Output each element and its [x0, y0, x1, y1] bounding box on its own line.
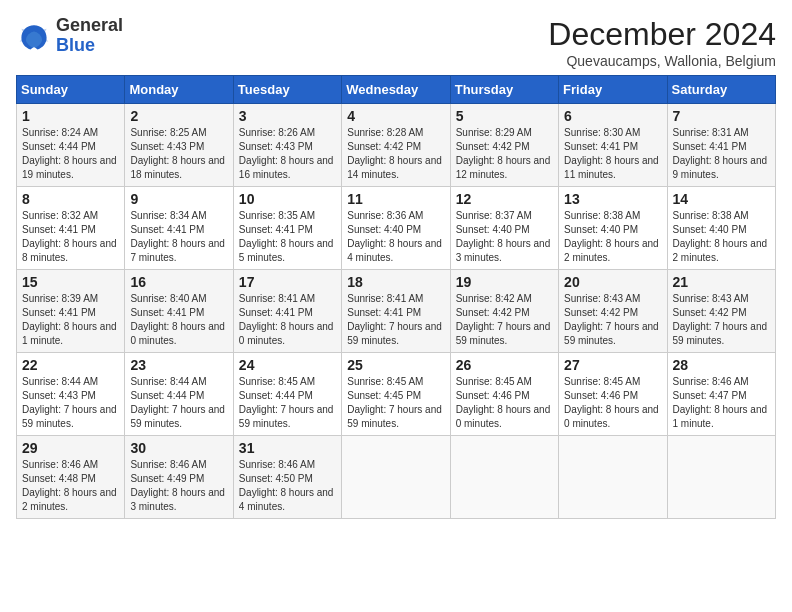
day-info: Sunrise: 8:45 AM Sunset: 4:46 PM Dayligh… [456, 375, 553, 431]
calendar-cell [450, 436, 558, 519]
calendar-cell: 13 Sunrise: 8:38 AM Sunset: 4:40 PM Dayl… [559, 187, 667, 270]
day-info: Sunrise: 8:28 AM Sunset: 4:42 PM Dayligh… [347, 126, 444, 182]
calendar-cell: 9 Sunrise: 8:34 AM Sunset: 4:41 PM Dayli… [125, 187, 233, 270]
calendar-cell: 16 Sunrise: 8:40 AM Sunset: 4:41 PM Dayl… [125, 270, 233, 353]
day-number: 13 [564, 191, 661, 207]
day-number: 6 [564, 108, 661, 124]
calendar-cell: 23 Sunrise: 8:44 AM Sunset: 4:44 PM Dayl… [125, 353, 233, 436]
day-number: 28 [673, 357, 770, 373]
day-header-tuesday: Tuesday [233, 76, 341, 104]
calendar-cell: 11 Sunrise: 8:36 AM Sunset: 4:40 PM Dayl… [342, 187, 450, 270]
calendar-cell: 31 Sunrise: 8:46 AM Sunset: 4:50 PM Dayl… [233, 436, 341, 519]
calendar-week-row: 8 Sunrise: 8:32 AM Sunset: 4:41 PM Dayli… [17, 187, 776, 270]
day-info: Sunrise: 8:39 AM Sunset: 4:41 PM Dayligh… [22, 292, 119, 348]
calendar-cell: 8 Sunrise: 8:32 AM Sunset: 4:41 PM Dayli… [17, 187, 125, 270]
day-number: 23 [130, 357, 227, 373]
day-info: Sunrise: 8:36 AM Sunset: 4:40 PM Dayligh… [347, 209, 444, 265]
day-number: 19 [456, 274, 553, 290]
day-info: Sunrise: 8:24 AM Sunset: 4:44 PM Dayligh… [22, 126, 119, 182]
calendar-cell: 6 Sunrise: 8:30 AM Sunset: 4:41 PM Dayli… [559, 104, 667, 187]
day-number: 22 [22, 357, 119, 373]
day-info: Sunrise: 8:26 AM Sunset: 4:43 PM Dayligh… [239, 126, 336, 182]
day-info: Sunrise: 8:30 AM Sunset: 4:41 PM Dayligh… [564, 126, 661, 182]
day-info: Sunrise: 8:46 AM Sunset: 4:50 PM Dayligh… [239, 458, 336, 514]
day-info: Sunrise: 8:43 AM Sunset: 4:42 PM Dayligh… [673, 292, 770, 348]
day-number: 27 [564, 357, 661, 373]
month-title: December 2024 [548, 16, 776, 53]
day-number: 31 [239, 440, 336, 456]
calendar-cell [667, 436, 775, 519]
day-info: Sunrise: 8:45 AM Sunset: 4:45 PM Dayligh… [347, 375, 444, 431]
calendar-cell: 26 Sunrise: 8:45 AM Sunset: 4:46 PM Dayl… [450, 353, 558, 436]
day-number: 14 [673, 191, 770, 207]
calendar-cell: 14 Sunrise: 8:38 AM Sunset: 4:40 PM Dayl… [667, 187, 775, 270]
calendar-cell [342, 436, 450, 519]
calendar-cell [559, 436, 667, 519]
calendar-week-row: 29 Sunrise: 8:46 AM Sunset: 4:48 PM Dayl… [17, 436, 776, 519]
calendar-cell: 1 Sunrise: 8:24 AM Sunset: 4:44 PM Dayli… [17, 104, 125, 187]
calendar-cell: 28 Sunrise: 8:46 AM Sunset: 4:47 PM Dayl… [667, 353, 775, 436]
calendar-cell: 29 Sunrise: 8:46 AM Sunset: 4:48 PM Dayl… [17, 436, 125, 519]
calendar-cell: 20 Sunrise: 8:43 AM Sunset: 4:42 PM Dayl… [559, 270, 667, 353]
day-number: 10 [239, 191, 336, 207]
day-number: 8 [22, 191, 119, 207]
day-number: 26 [456, 357, 553, 373]
calendar-week-row: 15 Sunrise: 8:39 AM Sunset: 4:41 PM Dayl… [17, 270, 776, 353]
day-info: Sunrise: 8:31 AM Sunset: 4:41 PM Dayligh… [673, 126, 770, 182]
day-number: 21 [673, 274, 770, 290]
day-number: 1 [22, 108, 119, 124]
day-info: Sunrise: 8:42 AM Sunset: 4:42 PM Dayligh… [456, 292, 553, 348]
day-info: Sunrise: 8:29 AM Sunset: 4:42 PM Dayligh… [456, 126, 553, 182]
day-info: Sunrise: 8:25 AM Sunset: 4:43 PM Dayligh… [130, 126, 227, 182]
day-number: 2 [130, 108, 227, 124]
calendar-cell: 4 Sunrise: 8:28 AM Sunset: 4:42 PM Dayli… [342, 104, 450, 187]
day-number: 15 [22, 274, 119, 290]
day-number: 24 [239, 357, 336, 373]
day-number: 17 [239, 274, 336, 290]
day-info: Sunrise: 8:41 AM Sunset: 4:41 PM Dayligh… [239, 292, 336, 348]
calendar-cell: 24 Sunrise: 8:45 AM Sunset: 4:44 PM Dayl… [233, 353, 341, 436]
day-info: Sunrise: 8:38 AM Sunset: 4:40 PM Dayligh… [564, 209, 661, 265]
day-number: 18 [347, 274, 444, 290]
day-number: 16 [130, 274, 227, 290]
calendar-week-row: 22 Sunrise: 8:44 AM Sunset: 4:43 PM Dayl… [17, 353, 776, 436]
day-info: Sunrise: 8:46 AM Sunset: 4:48 PM Dayligh… [22, 458, 119, 514]
day-info: Sunrise: 8:44 AM Sunset: 4:43 PM Dayligh… [22, 375, 119, 431]
day-header-sunday: Sunday [17, 76, 125, 104]
calendar-cell: 17 Sunrise: 8:41 AM Sunset: 4:41 PM Dayl… [233, 270, 341, 353]
day-info: Sunrise: 8:41 AM Sunset: 4:41 PM Dayligh… [347, 292, 444, 348]
day-info: Sunrise: 8:43 AM Sunset: 4:42 PM Dayligh… [564, 292, 661, 348]
calendar-table: SundayMondayTuesdayWednesdayThursdayFrid… [16, 75, 776, 519]
day-info: Sunrise: 8:38 AM Sunset: 4:40 PM Dayligh… [673, 209, 770, 265]
day-number: 20 [564, 274, 661, 290]
calendar-cell: 10 Sunrise: 8:35 AM Sunset: 4:41 PM Dayl… [233, 187, 341, 270]
day-header-thursday: Thursday [450, 76, 558, 104]
day-info: Sunrise: 8:46 AM Sunset: 4:47 PM Dayligh… [673, 375, 770, 431]
day-info: Sunrise: 8:46 AM Sunset: 4:49 PM Dayligh… [130, 458, 227, 514]
day-info: Sunrise: 8:34 AM Sunset: 4:41 PM Dayligh… [130, 209, 227, 265]
logo-icon [16, 18, 52, 54]
day-info: Sunrise: 8:45 AM Sunset: 4:46 PM Dayligh… [564, 375, 661, 431]
title-block: December 2024 Quevaucamps, Wallonia, Bel… [548, 16, 776, 69]
day-info: Sunrise: 8:37 AM Sunset: 4:40 PM Dayligh… [456, 209, 553, 265]
day-number: 9 [130, 191, 227, 207]
day-header-friday: Friday [559, 76, 667, 104]
location-subtitle: Quevaucamps, Wallonia, Belgium [548, 53, 776, 69]
calendar-cell: 12 Sunrise: 8:37 AM Sunset: 4:40 PM Dayl… [450, 187, 558, 270]
day-number: 25 [347, 357, 444, 373]
day-number: 30 [130, 440, 227, 456]
day-number: 4 [347, 108, 444, 124]
day-number: 11 [347, 191, 444, 207]
page-header: General Blue December 2024 Quevaucamps, … [16, 16, 776, 69]
calendar-cell: 5 Sunrise: 8:29 AM Sunset: 4:42 PM Dayli… [450, 104, 558, 187]
day-number: 7 [673, 108, 770, 124]
day-header-monday: Monday [125, 76, 233, 104]
day-header-wednesday: Wednesday [342, 76, 450, 104]
calendar-cell: 15 Sunrise: 8:39 AM Sunset: 4:41 PM Dayl… [17, 270, 125, 353]
day-info: Sunrise: 8:32 AM Sunset: 4:41 PM Dayligh… [22, 209, 119, 265]
calendar-header-row: SundayMondayTuesdayWednesdayThursdayFrid… [17, 76, 776, 104]
calendar-cell: 22 Sunrise: 8:44 AM Sunset: 4:43 PM Dayl… [17, 353, 125, 436]
logo-text: General Blue [56, 16, 123, 56]
day-info: Sunrise: 8:40 AM Sunset: 4:41 PM Dayligh… [130, 292, 227, 348]
day-header-saturday: Saturday [667, 76, 775, 104]
